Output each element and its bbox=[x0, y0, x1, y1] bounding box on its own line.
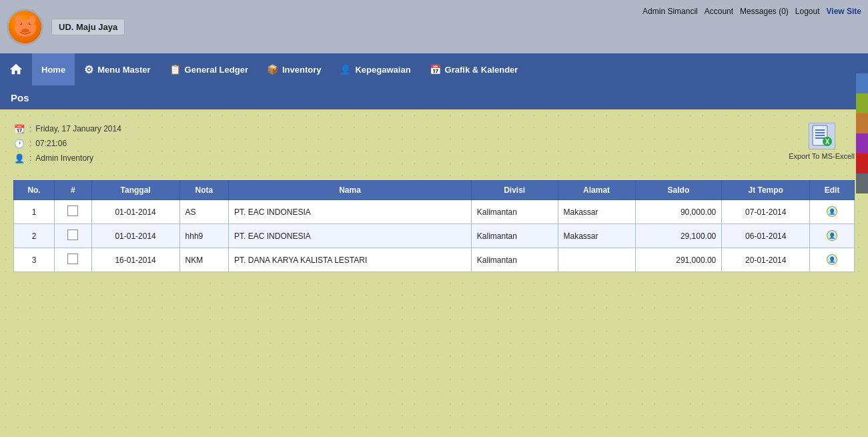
col-divisi: Divisi bbox=[471, 181, 558, 200]
cell-edit[interactable]: 👤 bbox=[810, 224, 855, 248]
page-title: Pos bbox=[11, 92, 29, 103]
nav-general-ledger[interactable]: 📋 General Ledger bbox=[160, 53, 258, 85]
svg-text:X: X bbox=[825, 138, 829, 145]
cell-data: 06-01-2014 bbox=[722, 224, 810, 248]
nav-menu-master[interactable]: ⚙ Menu Master bbox=[75, 53, 159, 85]
table-header-row: No. # Tanggal Nota Nama Divisi Alamat Sa… bbox=[14, 181, 855, 200]
account-link[interactable]: Account bbox=[705, 7, 733, 16]
data-table: No. # Tanggal Nota Nama Divisi Alamat Sa… bbox=[13, 180, 855, 272]
grafik-kalender-label: Grafik & Kalender bbox=[445, 65, 518, 75]
color-swatch-5[interactable] bbox=[856, 173, 868, 193]
cell-data bbox=[558, 248, 635, 272]
user-icon: 👤 bbox=[13, 152, 25, 164]
color-swatch-3[interactable] bbox=[856, 133, 868, 153]
edit-button[interactable]: 👤 bbox=[825, 252, 839, 267]
export-button[interactable]: X Export To MS-Excell bbox=[789, 123, 855, 160]
date-row: 📆 : Friday, 17 January 2014 bbox=[13, 123, 121, 135]
nav-inventory[interactable]: 📦 Inventory bbox=[258, 53, 331, 85]
cell-edit[interactable]: 👤 bbox=[810, 200, 855, 224]
info-block: 📆 : Friday, 17 January 2014 🕐 : 07:21:06… bbox=[13, 123, 121, 167]
edit-button[interactable]: 👤 bbox=[825, 228, 839, 243]
messages-link[interactable]: Messages (0) bbox=[740, 7, 789, 16]
export-icon: X bbox=[809, 123, 835, 149]
table-row: 201-01-2014hhh9PT. EAC INDONESIAKalimant… bbox=[14, 224, 855, 248]
gear-icon: ⚙ bbox=[84, 63, 93, 76]
cell-data: Makassar bbox=[558, 200, 635, 224]
grafik-icon: 📅 bbox=[430, 64, 441, 75]
nav-grafik-kalender[interactable]: 📅 Grafik & Kalender bbox=[420, 53, 528, 85]
cell-checkbox[interactable] bbox=[55, 200, 92, 224]
inventory-icon: 📦 bbox=[267, 64, 278, 75]
svg-rect-10 bbox=[815, 132, 825, 133]
svg-rect-9 bbox=[815, 129, 825, 131]
cell-data: 90,000.00 bbox=[635, 200, 722, 224]
cell-data: 29,100.00 bbox=[635, 224, 722, 248]
col-no: No. bbox=[14, 181, 55, 200]
checkbox[interactable] bbox=[67, 254, 78, 264]
checkbox[interactable] bbox=[67, 205, 78, 216]
cell-no: 3 bbox=[14, 248, 55, 272]
color-bar bbox=[856, 73, 868, 193]
time-row: 🕐 : 07:21:06 bbox=[13, 137, 121, 149]
color-swatch-1[interactable] bbox=[856, 93, 868, 113]
cell-data: 01-01-2014 bbox=[91, 200, 179, 224]
cell-data: 20-01-2014 bbox=[722, 248, 810, 272]
cell-data: 16-01-2014 bbox=[91, 248, 179, 272]
page-title-bar: Pos bbox=[0, 85, 868, 109]
color-swatch-4[interactable] bbox=[856, 153, 868, 173]
home-label: Home bbox=[41, 65, 65, 75]
col-jt-tempo: Jt Tempo bbox=[722, 181, 810, 200]
cell-data: Kalimantan bbox=[471, 224, 558, 248]
cell-data: AS bbox=[179, 200, 229, 224]
home-nav-button[interactable] bbox=[0, 53, 32, 85]
col-nota: Nota bbox=[179, 181, 229, 200]
cell-no: 1 bbox=[14, 200, 55, 224]
checkbox[interactable] bbox=[67, 230, 78, 240]
home-icon bbox=[9, 62, 23, 77]
nav-home[interactable]: Home bbox=[32, 53, 75, 85]
main-nav: Home ⚙ Menu Master 📋 General Ledger 📦 In… bbox=[0, 53, 868, 85]
cell-data: Kalimantan bbox=[471, 248, 558, 272]
logout-link[interactable]: Logout bbox=[795, 7, 820, 16]
cell-checkbox[interactable] bbox=[55, 224, 92, 248]
admin-label: Admin Simancil bbox=[642, 7, 698, 16]
user-label: Admin Inventory bbox=[35, 153, 93, 163]
svg-text:👤: 👤 bbox=[829, 208, 836, 215]
cell-data: hhh9 bbox=[179, 224, 229, 248]
col-saldo: Saldo bbox=[635, 181, 722, 200]
cell-data: NKM bbox=[179, 248, 229, 272]
svg-rect-12 bbox=[815, 137, 825, 139]
table-row: 101-01-2014ASPT. EAC INDONESIAKalimantan… bbox=[14, 200, 855, 224]
menu-master-label: Menu Master bbox=[97, 65, 150, 75]
view-site-link[interactable]: View Site bbox=[827, 7, 861, 16]
color-swatch-2[interactable] bbox=[856, 113, 868, 133]
company-name: UD. Maju Jaya bbox=[51, 19, 125, 35]
table-row: 316-01-2014NKMPT. DANA KARYA KALISTA LES… bbox=[14, 248, 855, 272]
cell-data: 01-01-2014 bbox=[91, 224, 179, 248]
cell-data: 07-01-2014 bbox=[722, 200, 810, 224]
svg-text:👤: 👤 bbox=[829, 232, 836, 240]
cell-checkbox[interactable] bbox=[55, 248, 92, 272]
col-alamat: Alamat bbox=[558, 181, 635, 200]
logo bbox=[7, 9, 43, 45]
calendar-icon: 📆 bbox=[13, 123, 25, 135]
ledger-icon: 📋 bbox=[169, 64, 181, 75]
user-row: 👤 : Admin Inventory bbox=[13, 152, 121, 164]
header: UD. Maju Jaya Admin Simancil Account Mes… bbox=[0, 0, 868, 53]
info-box: 📆 : Friday, 17 January 2014 🕐 : 07:21:06… bbox=[13, 123, 855, 167]
svg-point-5 bbox=[21, 29, 29, 33]
cell-data: 291,000.00 bbox=[635, 248, 722, 272]
cell-data: PT. DANA KARYA KALISTA LESTARI bbox=[229, 248, 472, 272]
cell-data: PT. EAC INDONESIA bbox=[229, 224, 472, 248]
clock-icon: 🕐 bbox=[13, 137, 25, 149]
general-ledger-label: General Ledger bbox=[185, 65, 248, 75]
nav-kepegawaian[interactable]: 👤 Kepegawaian bbox=[330, 53, 420, 85]
cell-no: 2 bbox=[14, 224, 55, 248]
top-nav: Admin Simancil Account Messages (0) Logo… bbox=[642, 7, 861, 16]
color-swatch-0[interactable] bbox=[856, 73, 868, 93]
edit-button[interactable]: 👤 bbox=[825, 204, 839, 219]
svg-rect-11 bbox=[815, 135, 825, 136]
time-label: 07:21:06 bbox=[35, 139, 67, 148]
table-body: 101-01-2014ASPT. EAC INDONESIAKalimantan… bbox=[14, 200, 855, 272]
cell-edit[interactable]: 👤 bbox=[810, 248, 855, 272]
